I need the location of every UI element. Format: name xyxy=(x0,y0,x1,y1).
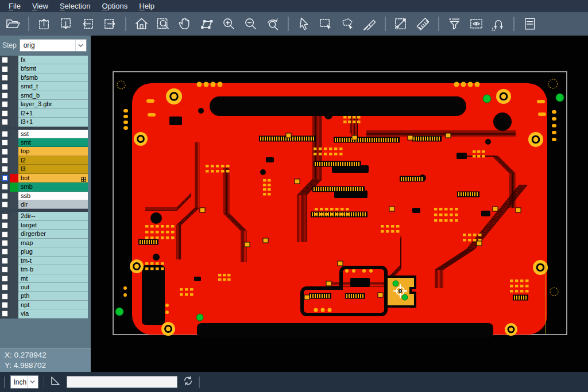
layer-color-swatch[interactable] xyxy=(10,109,18,118)
layer-checkbox[interactable] xyxy=(2,119,8,125)
toolbar-pan-button[interactable] xyxy=(177,15,194,32)
layer-row-target[interactable]: target xyxy=(0,221,88,230)
layer-name[interactable]: l3+1 xyxy=(18,118,88,126)
layer-color-swatch[interactable] xyxy=(10,73,18,82)
toolbar-report-button[interactable] xyxy=(521,15,538,32)
layer-color-swatch[interactable] xyxy=(10,309,18,318)
layer-name[interactable]: 2dir-- xyxy=(18,212,88,220)
layer-checkbox[interactable] xyxy=(2,101,8,107)
layer-checkbox[interactable] xyxy=(2,201,8,208)
layer-color-swatch[interactable] xyxy=(10,156,18,165)
layer-row-plug[interactable]: plug xyxy=(0,247,88,256)
layer-name[interactable]: bfsmt xyxy=(18,64,88,73)
toolbar-ruler-button[interactable] xyxy=(415,15,431,32)
layer-checkbox[interactable] xyxy=(2,75,8,81)
layer-row-layer_3.gbr[interactable]: layer_3.gbr xyxy=(0,100,88,108)
layer-row-l2+1[interactable]: l2+1 xyxy=(0,109,88,118)
layer-row-smd_t[interactable]: smd_t xyxy=(0,82,88,91)
layer-checkbox[interactable] xyxy=(2,149,8,155)
chevron-down-icon[interactable] xyxy=(75,40,86,51)
toolbar-select-polygon-button[interactable] xyxy=(339,15,356,32)
layer-name[interactable]: map xyxy=(18,239,88,247)
layer-name[interactable]: sst xyxy=(18,130,88,138)
corner-measure-icon[interactable] xyxy=(49,375,61,389)
layer-checkbox[interactable] xyxy=(2,157,8,164)
layer-row-out[interactable]: out xyxy=(0,283,88,292)
layer-row-top[interactable]: top xyxy=(0,147,88,156)
layer-row-smt[interactable]: smt xyxy=(0,138,88,147)
layer-color-swatch[interactable] xyxy=(10,56,18,64)
layer-name[interactable]: smb xyxy=(18,183,88,191)
layer-color-swatch[interactable] xyxy=(10,100,18,108)
layer-row-l3+1[interactable]: l3+1 xyxy=(0,118,88,126)
layer-color-swatch[interactable] xyxy=(10,91,18,100)
layer-name[interactable]: l2+1 xyxy=(18,109,88,118)
layer-color-swatch[interactable] xyxy=(10,230,18,238)
toolbar-select-rect-button[interactable] xyxy=(318,15,334,32)
layer-color-swatch[interactable] xyxy=(10,247,18,256)
layer-name[interactable]: l2 xyxy=(18,156,88,165)
layer-name[interactable]: tm-b xyxy=(18,265,88,274)
layer-name[interactable]: npt xyxy=(18,301,88,309)
layer-row-l3[interactable]: l3 xyxy=(0,165,88,173)
layer-checkbox[interactable] xyxy=(2,110,8,117)
layer-color-swatch[interactable] xyxy=(10,192,18,200)
layer-row-pth[interactable]: pth xyxy=(0,292,88,300)
menu-help[interactable]: Help xyxy=(133,1,160,11)
layer-row-smd_b[interactable]: smd_b xyxy=(0,91,88,100)
layer-row-l2[interactable]: l2 xyxy=(0,156,88,165)
layer-checkbox[interactable] xyxy=(2,258,8,264)
layer-color-swatch[interactable] xyxy=(10,274,18,283)
layer-name[interactable]: target xyxy=(18,221,88,230)
menu-file[interactable]: File xyxy=(3,1,26,11)
layer-color-swatch[interactable] xyxy=(10,265,18,274)
layer-color-swatch[interactable] xyxy=(10,239,18,247)
layer-checkbox[interactable] xyxy=(2,175,8,181)
layer-name[interactable]: l3 xyxy=(18,165,88,173)
layer-color-swatch[interactable] xyxy=(10,118,18,126)
layer-checkbox[interactable] xyxy=(2,231,8,238)
layer-checkbox[interactable] xyxy=(2,284,8,290)
layer-name[interactable]: via xyxy=(18,309,88,318)
menu-options[interactable]: Options xyxy=(96,1,133,11)
layer-row-bot[interactable]: bot xyxy=(0,174,88,183)
pcb-canvas[interactable] xyxy=(91,36,588,372)
layer-row-dir[interactable]: dir xyxy=(0,200,88,209)
layer-row-fx[interactable]: fx xyxy=(0,56,88,64)
toolbar-view-options-button[interactable] xyxy=(468,15,485,32)
step-select[interactable]: orig xyxy=(20,39,87,52)
menu-view[interactable]: View xyxy=(26,1,54,11)
layer-color-swatch[interactable] xyxy=(10,130,18,138)
layer-row-tm-t[interactable]: tm-t xyxy=(0,257,88,265)
toolbar-shift-down-button[interactable] xyxy=(58,15,75,32)
toolbar-zoom-polygon-button[interactable] xyxy=(199,15,215,32)
command-input[interactable] xyxy=(67,376,177,388)
layer-name[interactable]: dir xyxy=(18,200,88,209)
layer-row-mt[interactable]: mt xyxy=(0,274,88,283)
layer-name[interactable]: fx xyxy=(18,56,88,64)
layer-checkbox[interactable] xyxy=(2,222,8,228)
layer-row-smb[interactable]: smb xyxy=(0,183,88,191)
layer-row-bfsmt[interactable]: bfsmt xyxy=(0,64,88,73)
layer-color-swatch[interactable] xyxy=(10,174,18,183)
layer-name[interactable]: smd_b xyxy=(18,91,88,100)
layer-checkbox[interactable] xyxy=(2,275,8,282)
layer-name[interactable]: dirgerber xyxy=(18,230,88,238)
layer-checkbox[interactable] xyxy=(2,139,8,146)
layer-row-ssb[interactable]: ssb xyxy=(0,192,88,200)
layer-checkbox[interactable] xyxy=(2,193,8,199)
toolbar-shift-up-button[interactable] xyxy=(36,15,53,32)
toolbar-zoom-out-button[interactable] xyxy=(242,15,259,32)
layer-checkbox[interactable] xyxy=(2,92,8,99)
layer-color-swatch[interactable] xyxy=(10,212,18,220)
layer-row-bfsmb[interactable]: bfsmb xyxy=(0,73,88,82)
layer-checkbox[interactable] xyxy=(2,84,8,90)
layer-checkbox[interactable] xyxy=(2,311,8,317)
layer-name[interactable]: layer_3.gbr xyxy=(18,100,88,108)
layer-color-swatch[interactable] xyxy=(10,147,18,156)
layer-color-swatch[interactable] xyxy=(10,165,18,173)
layer-name[interactable]: top xyxy=(18,147,88,156)
toolbar-zoom-window-button[interactable] xyxy=(155,15,172,32)
toolbar-shift-left-button[interactable] xyxy=(80,15,96,32)
layer-color-swatch[interactable] xyxy=(10,257,18,265)
